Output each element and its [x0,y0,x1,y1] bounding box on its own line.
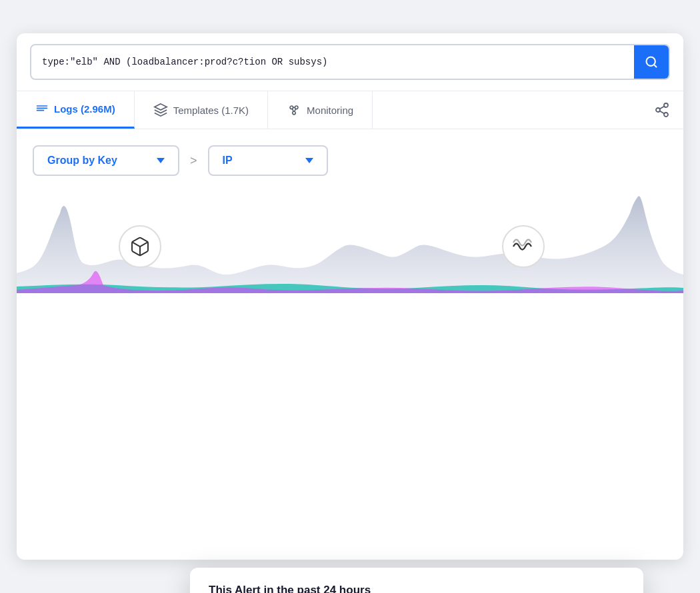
main-card: type:"elb" AND (loadbalancer:prod?c?tion… [17,33,683,560]
tab-monitoring-label: Monitoring [307,105,353,116]
tab-logs[interactable]: Logs (2.96M) [17,91,135,129]
cube-icon [129,236,151,257]
templates-icon [153,103,168,117]
wave-icon [511,235,535,259]
filters-row: Group by Key > IP [17,129,683,187]
tab-logs-label: Logs (2.96M) [54,103,115,115]
group-by-key-label: Group by Key [47,155,150,167]
ip-label: IP [223,155,299,167]
group-by-chevron-icon [157,158,165,163]
search-button[interactable] [634,45,669,79]
search-icon [645,55,658,69]
alert-popup: This Alert in the past 24 hours [190,568,643,593]
ip-dropdown[interactable]: IP [208,145,328,176]
cube-icon-container[interactable] [119,225,161,268]
tab-templates-label: Templates (1.7K) [173,105,249,116]
alert-popup-title: This Alert in the past 24 hours [209,584,625,593]
wave-icon-container[interactable] [502,225,545,268]
svg-point-12 [656,108,660,112]
tab-extra[interactable] [641,91,683,129]
svg-line-1 [654,65,657,67]
svg-line-9 [292,109,293,112]
search-input[interactable] [31,45,634,79]
svg-point-11 [664,103,668,107]
arrow-right-icon: > [187,154,200,168]
background-chart-svg [17,187,683,306]
ip-chevron-icon [305,158,313,163]
tab-templates[interactable]: Templates (1.7K) [135,91,268,129]
svg-point-13 [664,113,668,117]
monitoring-icon [287,103,301,117]
background-chart [17,187,683,306]
svg-line-15 [660,107,665,109]
tabs-container: Logs (2.96M) Templates (1.7K) Monitoring [17,91,683,129]
share-icon [654,102,670,118]
logs-icon [35,103,49,116]
svg-line-14 [660,111,665,114]
group-by-key-dropdown[interactable]: Group by Key [33,145,179,176]
svg-line-10 [295,109,296,112]
svg-point-7 [293,111,296,115]
search-bar [17,33,683,91]
tab-monitoring[interactable]: Monitoring [268,91,373,129]
